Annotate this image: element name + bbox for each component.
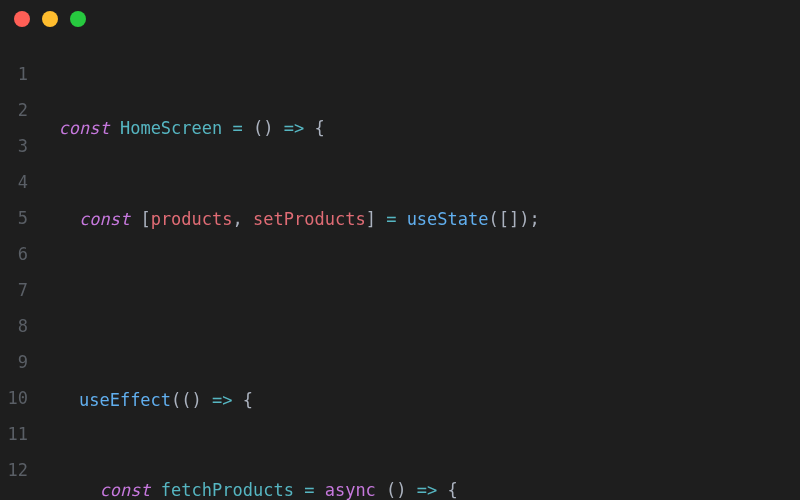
line-number: 2 xyxy=(0,92,28,128)
line-number: 10 xyxy=(0,380,28,416)
code-area[interactable]: const HomeScreen = () => { const [produc… xyxy=(38,56,800,500)
line-number: 12 xyxy=(0,452,28,488)
window-titlebar xyxy=(0,0,800,38)
line-number: 1 xyxy=(0,56,28,92)
line-number: 6 xyxy=(0,236,28,272)
code-editor[interactable]: 1 2 3 4 5 6 7 8 9 10 11 12 const HomeScr… xyxy=(0,38,800,500)
line-number: 4 xyxy=(0,164,28,200)
close-icon[interactable] xyxy=(14,11,30,27)
line-number: 9 xyxy=(0,344,28,380)
minimize-icon[interactable] xyxy=(42,11,58,27)
line-number: 5 xyxy=(0,200,28,236)
code-line: const HomeScreen = () => { xyxy=(38,110,800,146)
code-line: const [products, setProducts] = useState… xyxy=(38,201,800,237)
line-number: 8 xyxy=(0,308,28,344)
zoom-icon[interactable] xyxy=(70,11,86,27)
line-number: 11 xyxy=(0,416,28,452)
code-line: useEffect(() => { xyxy=(38,382,800,418)
code-line: const fetchProducts = async () => { xyxy=(38,472,800,500)
line-number: 3 xyxy=(0,128,28,164)
line-number-gutter: 1 2 3 4 5 6 7 8 9 10 11 12 xyxy=(0,56,38,500)
line-number: 7 xyxy=(0,272,28,308)
code-line xyxy=(38,291,800,327)
